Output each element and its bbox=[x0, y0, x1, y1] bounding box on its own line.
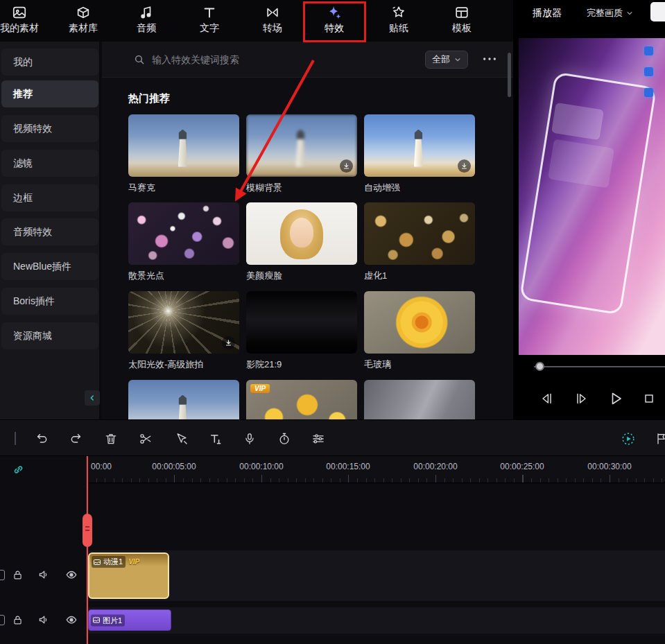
filter-all-label: 全部 bbox=[432, 53, 450, 66]
nav-label: 文字 bbox=[178, 22, 241, 35]
track-icon-partial[interactable] bbox=[0, 570, 5, 580]
stop-button[interactable] bbox=[640, 390, 658, 408]
transition-icon bbox=[265, 5, 280, 20]
filter-all-dropdown[interactable]: 全部 bbox=[425, 51, 468, 69]
nav-audio[interactable]: 音频 bbox=[115, 0, 178, 42]
adjust-button[interactable] bbox=[311, 431, 326, 446]
sidebar-item-store[interactable]: 资源商城 bbox=[1, 322, 98, 349]
effect-card-partial-3[interactable] bbox=[364, 380, 475, 419]
track-lock-icon[interactable] bbox=[11, 568, 24, 581]
effect-thumbnail[interactable] bbox=[128, 202, 239, 265]
clip-chip: 动漫1 bbox=[92, 556, 126, 568]
effect-thumbnail[interactable] bbox=[364, 291, 475, 354]
step-back-button[interactable] bbox=[538, 390, 556, 408]
effect-card-auto-enhance[interactable]: 自动增强 bbox=[364, 114, 475, 194]
select-tool-button[interactable] bbox=[174, 431, 189, 446]
playhead-grip[interactable] bbox=[83, 514, 92, 547]
playback-progress-bar[interactable] bbox=[534, 366, 665, 367]
track-icon-partial[interactable] bbox=[0, 615, 5, 625]
undo-icon bbox=[35, 432, 49, 446]
effect-card-partial-1[interactable] bbox=[128, 380, 239, 419]
split-button[interactable] bbox=[138, 431, 153, 446]
effect-card-blur1[interactable]: 虚化1 bbox=[364, 202, 475, 282]
effect-card-blur-background[interactable]: 模糊背景 bbox=[246, 114, 357, 194]
video-preview[interactable] bbox=[519, 38, 665, 355]
effect-card-frosted-glass[interactable]: 毛玻璃 bbox=[364, 291, 475, 371]
sidebar-item-boris[interactable]: Boris插件 bbox=[1, 288, 98, 315]
undo-button[interactable] bbox=[34, 431, 49, 446]
sidebar-item-newblue[interactable]: NewBlue插件 bbox=[1, 253, 98, 280]
nav-templates[interactable]: 模板 bbox=[431, 0, 493, 42]
link-icon[interactable] bbox=[12, 464, 24, 478]
download-icon[interactable] bbox=[340, 159, 353, 173]
delete-button[interactable] bbox=[103, 431, 119, 446]
effects-panel: 全部 热门推荐 马赛克 模糊背景 自动增强 散景光点 bbox=[102, 42, 513, 419]
effect-card-bokeh-lights[interactable]: 散景光点 bbox=[128, 202, 239, 282]
effect-card-sun-flare[interactable]: 太阳光效-高级旅拍 bbox=[128, 291, 239, 371]
sidebar-item-label: 资源商城 bbox=[13, 330, 52, 341]
render-preview-button[interactable] bbox=[621, 431, 636, 446]
sidebar-item-audio-effects[interactable]: 音频特效 bbox=[1, 218, 98, 245]
track-visibility-icon[interactable] bbox=[65, 613, 78, 626]
sidebar-item-filters[interactable]: 滤镜 bbox=[1, 150, 98, 177]
effect-thumbnail[interactable] bbox=[128, 291, 239, 354]
track-mute-icon[interactable] bbox=[37, 613, 50, 626]
step-forward-button[interactable] bbox=[572, 390, 590, 408]
playback-progress-knob[interactable] bbox=[535, 362, 544, 371]
sidebar-item-recommended[interactable]: 推荐 bbox=[1, 80, 98, 107]
nav-effects[interactable]: 特效 bbox=[303, 0, 365, 42]
effect-card-mosaic[interactable]: 马赛克 bbox=[128, 114, 239, 194]
lighthouse-art bbox=[128, 380, 239, 419]
effect-thumbnail[interactable] bbox=[364, 202, 475, 265]
effect-thumbnail[interactable] bbox=[246, 202, 357, 265]
sidebar-item-video-effects[interactable]: 视频特效 bbox=[1, 115, 98, 142]
track-visibility-icon[interactable] bbox=[65, 568, 78, 581]
effect-thumbnail[interactable] bbox=[364, 114, 475, 177]
effect-label: 毛玻璃 bbox=[364, 358, 475, 371]
voice-tool-button[interactable] bbox=[242, 431, 257, 446]
quality-dropdown[interactable]: 完整画质 bbox=[582, 5, 637, 21]
effect-card-partial-2[interactable]: VIP bbox=[246, 380, 357, 419]
track-lock-icon[interactable] bbox=[11, 613, 24, 626]
effect-thumbnail[interactable] bbox=[128, 114, 239, 177]
text-tool-button[interactable] bbox=[208, 431, 223, 446]
effect-card-cinema219[interactable]: 影院21:9 bbox=[246, 291, 357, 371]
download-icon[interactable] bbox=[222, 336, 235, 349]
cursor-pen-icon bbox=[175, 432, 189, 446]
timeline-tracks[interactable]: 动漫1 VIP 图片1 bbox=[87, 483, 665, 644]
effect-thumbnail[interactable] bbox=[364, 380, 475, 419]
clip-anime1[interactable]: 动漫1 VIP bbox=[88, 552, 169, 599]
nav-media-library[interactable]: 素材库 bbox=[52, 0, 114, 42]
download-icon[interactable] bbox=[458, 159, 471, 173]
ruler-label: 00:00:10:00 bbox=[239, 462, 283, 471]
effect-thumbnail[interactable] bbox=[128, 380, 239, 419]
text-icon bbox=[202, 5, 217, 20]
more-options-icon[interactable] bbox=[482, 53, 497, 65]
play-button[interactable] bbox=[607, 390, 625, 408]
timer-button[interactable] bbox=[277, 431, 292, 446]
chevron-down-icon bbox=[626, 10, 633, 17]
effects-sidebar: 我的 推荐 视频特效 滤镜 边框 音频特效 NewBlue插件 Boris插件 … bbox=[0, 42, 101, 419]
effect-thumbnail[interactable] bbox=[246, 291, 357, 354]
effects-scrollbar[interactable] bbox=[508, 53, 511, 97]
effect-card-beauty-face[interactable]: 美颜瘦脸 bbox=[246, 202, 357, 282]
effect-thumbnail[interactable]: VIP bbox=[246, 380, 357, 419]
nav-transitions[interactable]: 转场 bbox=[241, 0, 304, 42]
clip-header: 图片1 bbox=[91, 614, 125, 626]
sidebar-item-borders[interactable]: 边框 bbox=[1, 184, 98, 211]
redo-button[interactable] bbox=[69, 431, 84, 446]
sliders-icon bbox=[311, 432, 325, 446]
search-input[interactable] bbox=[152, 51, 408, 69]
sidebar-collapse-button[interactable] bbox=[85, 390, 100, 406]
timeline-ruler[interactable]: 00:00 00:00:05:00 00:00:10:00 00:00:15:0… bbox=[87, 456, 665, 483]
effect-label: 虚化1 bbox=[364, 270, 475, 282]
nav-text[interactable]: 文字 bbox=[178, 0, 241, 42]
track-mute-icon[interactable] bbox=[37, 568, 50, 581]
marker-flag-button[interactable] bbox=[654, 431, 665, 446]
playhead-line[interactable] bbox=[87, 456, 88, 644]
nav-stickers[interactable]: 贴纸 bbox=[368, 0, 430, 42]
nav-my-media[interactable]: 我的素材 bbox=[0, 0, 51, 42]
effect-thumbnail[interactable] bbox=[246, 114, 357, 177]
sidebar-item-mine[interactable]: 我的 bbox=[1, 49, 98, 76]
clip-image1[interactable]: 图片1 bbox=[88, 609, 171, 631]
